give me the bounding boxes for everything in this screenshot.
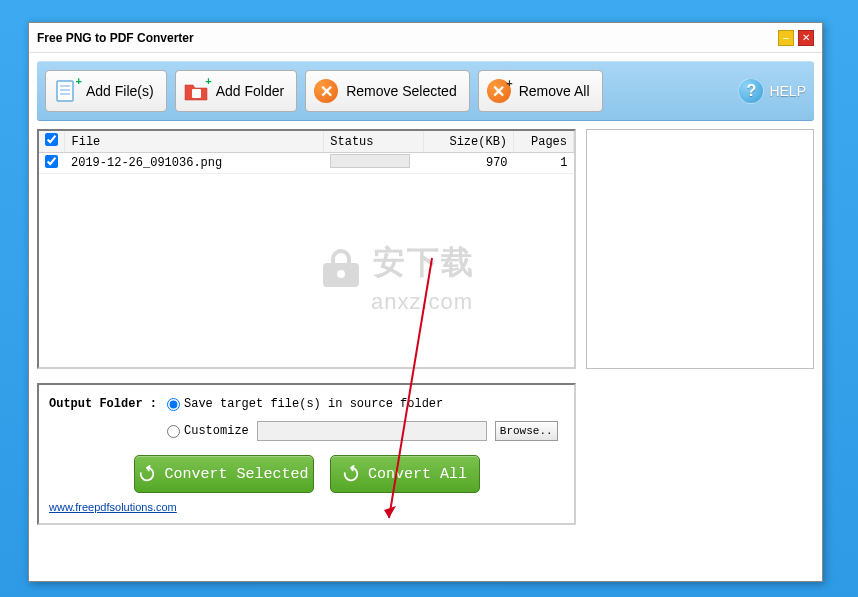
radio-customize-label: Customize	[184, 424, 249, 438]
website-link[interactable]: www.freepdfsolutions.com	[49, 501, 177, 513]
radio-source-label: Save target file(s) in source folder	[184, 397, 443, 411]
preview-panel	[586, 129, 814, 369]
file-icon: +	[52, 77, 80, 105]
convert-selected-label: Convert Selected	[164, 466, 308, 483]
cell-status	[324, 153, 424, 174]
header-pages[interactable]: Pages	[514, 131, 574, 153]
add-folder-button[interactable]: + Add Folder	[175, 70, 297, 112]
refresh-icon	[138, 465, 156, 483]
watermark-icon	[319, 247, 363, 291]
cell-size: 970	[424, 153, 514, 174]
refresh-icon	[342, 465, 360, 483]
toolbar: + Add File(s) + Add Folder ✕ Remove Sele…	[37, 61, 814, 121]
convert-selected-button[interactable]: Convert Selected	[134, 455, 314, 493]
svg-rect-4	[192, 89, 201, 98]
remove-all-icon: ✕+	[485, 77, 513, 105]
add-files-button[interactable]: + Add File(s)	[45, 70, 167, 112]
file-list: File Status Size(KB) Pages 2019-12-26_09…	[37, 129, 576, 369]
remove-selected-label: Remove Selected	[346, 83, 457, 99]
window-title: Free PNG to PDF Converter	[37, 31, 774, 45]
svg-rect-0	[57, 81, 73, 101]
convert-all-label: Convert All	[368, 466, 467, 483]
left-panel: File Status Size(KB) Pages 2019-12-26_09…	[37, 129, 576, 525]
add-files-label: Add File(s)	[86, 83, 154, 99]
header-status[interactable]: Status	[324, 131, 424, 153]
content-area: File Status Size(KB) Pages 2019-12-26_09…	[29, 129, 822, 525]
remove-icon: ✕	[312, 77, 340, 105]
watermark-text-en: anxz.com	[371, 289, 549, 315]
cell-file: 2019-12-26_091036.png	[65, 153, 324, 174]
watermark-text-cn: 安下载	[373, 244, 475, 280]
header-file[interactable]: File	[65, 131, 324, 153]
radio-source-folder[interactable]: Save target file(s) in source folder	[167, 397, 443, 411]
header-checkbox[interactable]	[39, 131, 65, 153]
remove-all-label: Remove All	[519, 83, 590, 99]
add-folder-label: Add Folder	[216, 83, 284, 99]
watermark: 安下载 anxz.com	[319, 241, 549, 315]
remove-selected-button[interactable]: ✕ Remove Selected	[305, 70, 470, 112]
table-row[interactable]: 2019-12-26_091036.png 970 1	[39, 153, 574, 174]
folder-icon: +	[182, 77, 210, 105]
header-size[interactable]: Size(KB)	[424, 131, 514, 153]
titlebar: Free PNG to PDF Converter – ✕	[29, 23, 822, 53]
close-button[interactable]: ✕	[798, 30, 814, 46]
remove-all-button[interactable]: ✕+ Remove All	[478, 70, 603, 112]
app-window: Free PNG to PDF Converter – ✕ + Add File…	[28, 22, 823, 582]
output-folder-label: Output Folder :	[49, 397, 159, 411]
svg-point-5	[337, 270, 345, 278]
plus-icon: +	[205, 75, 211, 87]
output-panel: Output Folder : Save target file(s) in s…	[37, 383, 576, 525]
convert-all-button[interactable]: Convert All	[330, 455, 480, 493]
row-checkbox[interactable]	[45, 155, 58, 168]
radio-customize[interactable]: Customize	[167, 424, 249, 438]
custom-path-input[interactable]	[257, 421, 487, 441]
minimize-button[interactable]: –	[778, 30, 794, 46]
help-label: HELP	[769, 83, 806, 99]
cell-pages: 1	[514, 153, 574, 174]
help-button[interactable]: ? HELP	[738, 78, 806, 104]
help-icon: ?	[738, 78, 764, 104]
plus-icon: +	[76, 75, 82, 87]
progress-bar	[330, 154, 410, 168]
browse-button[interactable]: Browse..	[495, 421, 558, 441]
